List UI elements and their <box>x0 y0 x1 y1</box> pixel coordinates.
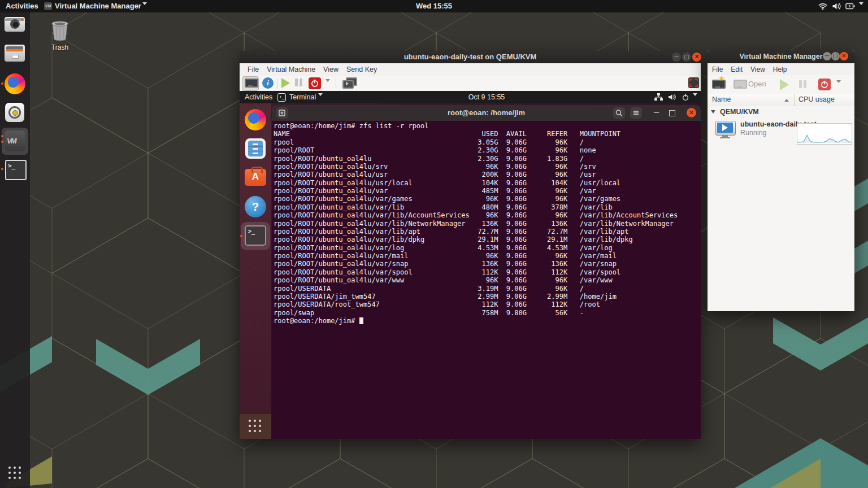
vmm-title: Virtual Machine Manager <box>739 53 822 60</box>
host-connection-row[interactable]: QEMU/KVM <box>708 106 854 117</box>
guest-show-apps-button[interactable] <box>249 420 261 432</box>
battery-icon <box>845 2 856 11</box>
guest-terminal-header[interactable]: root@eoan: /home/jim ─ ✕ <box>272 105 701 121</box>
menu-view[interactable]: View <box>323 66 338 73</box>
vm-console-titlebar[interactable]: ubuntu-eaon-daily-test on QEMU/KVM ─ ▢ ✕ <box>240 51 701 63</box>
software-a-glyph: A <box>245 171 266 182</box>
vm-console-toolbar: i <box>240 76 701 91</box>
virtual-displays-icon[interactable] <box>342 77 356 89</box>
vmm-menu-edit[interactable]: Edit <box>731 66 743 73</box>
menu-file[interactable]: File <box>248 66 259 73</box>
terminal-menu-button[interactable] <box>630 107 642 119</box>
terminal-minimize-button[interactable]: ─ <box>654 105 659 120</box>
system-menu-caret-icon[interactable] <box>859 5 863 14</box>
menu-send-key[interactable]: Send Key <box>346 66 377 73</box>
vm-console-window: ubuntu-eaon-daily-test on QEMU/KVM ─ ▢ ✕… <box>240 51 701 439</box>
terminal-prompt-glyph: >_ <box>8 162 15 169</box>
guest-terminal-app-icon: ›_ <box>277 93 286 102</box>
terminal-restore-button[interactable] <box>669 110 675 116</box>
host-show-apps-button[interactable] <box>8 467 21 479</box>
guest-power-icon <box>682 93 689 101</box>
app-menu-icon: VM <box>44 2 52 10</box>
vm-console-title: ubuntu-eaon-daily-test on QEMU/KVM <box>404 53 537 61</box>
desktop-root: { "host_topbar": { "activities": "Activi… <box>0 0 868 488</box>
vmm-toolbar: ★ Open <box>708 75 854 94</box>
host-app-menu[interactable]: Virtual Machine Manager <box>55 0 141 12</box>
new-vm-star-badge: ★ <box>718 74 725 82</box>
vmm-close-button[interactable]: ✕ <box>840 52 848 60</box>
guest-terminal-body[interactable]: root@eoan:/home/jim# zfs list -r rpool N… <box>272 121 701 439</box>
vmm-shutdown-button[interactable] <box>818 79 831 90</box>
guest-clock[interactable]: Oct 9 15:55 <box>430 91 543 103</box>
host-activities-button[interactable]: Activities <box>6 0 38 12</box>
vm-row[interactable]: ubuntu-eaon-daily-test Running <box>708 119 854 141</box>
host-connection-label: QEMU/KVM <box>720 108 759 116</box>
vmm-main-window: Virtual Machine Manager ─ ▢ ✕ File Edit … <box>708 50 854 311</box>
vmm-app-icon-selected[interactable]: VM <box>2 128 28 155</box>
firefox-app-icon[interactable] <box>5 73 26 95</box>
terminal-output: root@eoan:/home/jim# zfs list -r rpool N… <box>274 122 678 325</box>
vmm-menubar: File Edit View Help <box>708 63 854 76</box>
guest-network-icon <box>654 93 663 101</box>
shutdown-button[interactable] <box>309 77 321 89</box>
vmm-menu-help[interactable]: Help <box>773 66 787 73</box>
wifi-icon <box>818 2 827 11</box>
vmm-titlebar[interactable]: Virtual Machine Manager ─ ▢ ✕ <box>708 50 854 63</box>
cpu-usage-sparkline <box>797 123 852 145</box>
vm-list: QEMU/KVM ubuntu-eaon-daily-test Running <box>708 106 854 311</box>
app-menu-caret-icon <box>142 5 147 14</box>
volume-icon <box>832 2 841 11</box>
maximize-button[interactable]: ▢ <box>682 53 691 62</box>
vmm-run-button[interactable] <box>780 79 789 90</box>
minimize-button[interactable]: ─ <box>672 53 681 62</box>
host-clock[interactable]: Wed 15:55 <box>377 0 491 12</box>
menu-virtual-machine[interactable]: Virtual Machine <box>267 66 315 73</box>
sort-ascending-icon <box>784 99 789 102</box>
new-vm-button[interactable]: ★ <box>711 77 727 91</box>
column-name[interactable]: Name <box>712 95 731 103</box>
vmm-minimize-button[interactable]: ─ <box>823 52 831 60</box>
vmm-pause-button[interactable] <box>799 80 808 90</box>
guest-firefox-icon[interactable] <box>245 109 266 130</box>
guest-activities-button[interactable]: Activities <box>245 91 272 103</box>
terminal-app-icon[interactable]: >_ <box>5 160 25 179</box>
show-console-button[interactable] <box>242 76 259 91</box>
open-vm-label: Open <box>748 80 766 88</box>
fullscreen-button[interactable] <box>688 77 699 88</box>
guest-system-caret-icon[interactable] <box>693 96 697 104</box>
guest-help-icon[interactable]: ? <box>245 196 266 217</box>
guest-terminal-indicator <box>240 235 242 237</box>
guest-terminal-dock-selected[interactable]: >_ <box>241 222 270 250</box>
vmm-logo-glyph: VM <box>7 137 24 144</box>
guest-app-menu[interactable]: Terminal <box>289 91 316 103</box>
guest-top-bar: Activities ›_ Terminal Oct 9 15:55 <box>240 91 701 103</box>
trash-desktop-icon[interactable]: Trash <box>47 20 72 51</box>
guest-display[interactable]: Activities ›_ Terminal Oct 9 15:55 <box>240 91 701 439</box>
camera-app-icon[interactable] <box>5 16 26 33</box>
vm-list-column-header: Name CPU usage <box>708 94 854 107</box>
show-details-info-button[interactable]: i <box>262 77 274 89</box>
terminal-running-indicator <box>1 168 3 170</box>
guest-terminal-glyph: >_ <box>248 228 255 234</box>
terminal-close-button[interactable]: ✕ <box>687 108 696 117</box>
expander-icon[interactable] <box>711 110 715 114</box>
vmm-menu-file[interactable]: File <box>712 66 723 73</box>
guest-files-icon[interactable] <box>245 138 266 160</box>
guest-software-icon[interactable]: A <box>245 167 266 188</box>
vm-console-menubar: File Virtual Machine View Send Key <box>240 63 701 76</box>
guest-terminal-window: root@eoan: /home/jim ─ ✕ root@eoan:/home… <box>272 105 701 439</box>
run-button[interactable] <box>281 78 290 88</box>
vmm-shutdown-caret-icon[interactable] <box>836 83 841 93</box>
guest-volume-icon <box>668 93 677 101</box>
speaker-app-icon[interactable] <box>5 102 26 124</box>
vmm-menu-view[interactable]: View <box>750 66 765 73</box>
file-cabinet-app-icon[interactable] <box>5 45 26 63</box>
host-top-bar: Activities VM Virtual Machine Manager We… <box>0 0 868 12</box>
terminal-search-button[interactable] <box>613 107 625 119</box>
vmm-maximize-button[interactable]: ▢ <box>831 52 840 60</box>
open-vm-button[interactable]: Open <box>734 79 773 91</box>
column-cpu-usage[interactable]: CPU usage <box>798 95 835 103</box>
vmm-window-indicator-2 <box>1 141 3 143</box>
pause-button[interactable] <box>295 79 304 89</box>
close-button[interactable]: ✕ <box>692 53 701 62</box>
